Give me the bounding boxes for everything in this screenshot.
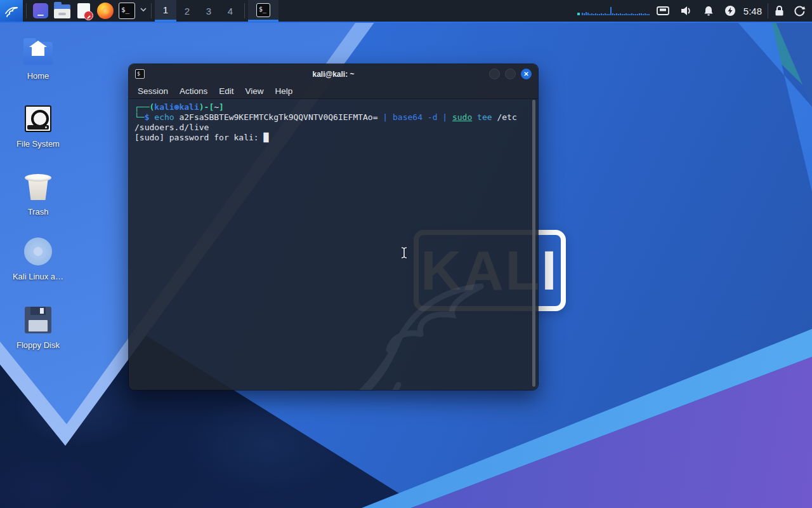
system-load-graph[interactable] [577, 6, 650, 15]
system-tray [656, 5, 736, 17]
launcher-window-app[interactable] [30, 0, 51, 22]
terminal-icon: $_ [256, 3, 270, 17]
close-button[interactable]: ✕ [521, 69, 532, 79]
terminal-window-title: kali@kali: ~ [129, 70, 538, 79]
terminal-menubar: Session Actions Edit View Help [129, 84, 538, 99]
launcher-text-editor[interactable] [73, 0, 95, 22]
floppy-disk-icon [23, 305, 53, 335]
applications-menu-button[interactable] [0, 0, 23, 22]
home-folder-icon [23, 36, 53, 66]
terminal-content[interactable]: ┌──(kali⊛kali)-[~]└─$ echo a2FsaSBBTEw9K… [129, 99, 538, 391]
kali-dragon-watermark [272, 220, 525, 391]
workspace-3[interactable]: 3 [198, 0, 219, 22]
desktop-icon-kali-linux-cd[interactable]: Kali Linux a… [5, 236, 71, 281]
file-manager-icon [54, 4, 70, 18]
menu-session[interactable]: Session [133, 85, 173, 97]
launcher-dropdown-button[interactable] [139, 5, 148, 17]
desktop-icon-trash[interactable]: Trash [5, 171, 71, 217]
terminal-scrollbar[interactable] [532, 100, 535, 387]
desktop-screen: KALI Home File System Trash Kali Linux a… [0, 0, 812, 508]
window-app-icon [33, 3, 48, 18]
menu-view[interactable]: View [240, 85, 269, 97]
menu-edit[interactable]: Edit [214, 85, 239, 97]
minimize-button[interactable] [489, 69, 500, 79]
launcher-file-manager[interactable] [51, 0, 73, 22]
terminal-output: ┌──(kali⊛kali)-[~]└─$ echo a2FsaSBBTEw9K… [134, 102, 532, 143]
file-system-drive-icon [23, 104, 53, 134]
panel-clock[interactable]: 5:48 [743, 6, 762, 17]
menu-actions[interactable]: Actions [174, 85, 213, 97]
terminal-titlebar[interactable]: $ kali@kali: ~ ✕ [129, 64, 538, 84]
audio-volume-icon[interactable] [680, 5, 693, 17]
panel-separator [26, 3, 27, 18]
kali-dragon-icon [4, 3, 19, 18]
launcher-firefox[interactable] [95, 0, 116, 22]
notifications-bell-icon[interactable] [703, 5, 714, 17]
desktop-icon-label: Trash [28, 207, 49, 217]
panel-separator [768, 3, 768, 18]
terminal-icon: $_ [119, 3, 135, 19]
panel-separator [151, 3, 152, 18]
optical-disc-icon [23, 236, 53, 267]
session-buttons [774, 5, 806, 17]
ibeam-cursor [400, 246, 409, 259]
terminal-window: $ kali@kali: ~ ✕ Session Actions Edit Vi… [128, 64, 539, 391]
launcher-terminal[interactable]: $_ [116, 0, 138, 22]
workspace-2[interactable]: 2 [176, 0, 198, 22]
panel-separator [244, 3, 245, 18]
trash-bin-icon [23, 171, 53, 202]
desktop-icon-home[interactable]: Home [5, 36, 71, 81]
desktop-icon-file-system[interactable]: File System [5, 104, 71, 149]
desktop-icon-label: File System [16, 139, 60, 149]
firefox-icon [97, 3, 114, 19]
text-editor-icon [77, 3, 90, 18]
workspace-4[interactable]: 4 [219, 0, 241, 22]
top-panel: $_ 1 2 3 4 $_ [0, 0, 812, 23]
lock-screen-icon[interactable] [774, 5, 785, 17]
desktop-icon-label: Home [27, 71, 49, 81]
power-manager-icon[interactable] [724, 5, 736, 17]
graph-led [577, 13, 580, 15]
chevron-down-icon [139, 5, 148, 14]
desktop-icon-label: Kali Linux a… [13, 272, 63, 281]
workspace-switcher: 1 2 3 4 [155, 0, 241, 22]
log-out-icon[interactable] [794, 5, 806, 17]
maximize-button[interactable] [505, 69, 516, 79]
taskbar-terminal-button[interactable]: $_ [248, 0, 278, 22]
menu-help[interactable]: Help [270, 85, 298, 97]
network-wired-icon[interactable] [656, 5, 670, 17]
workspace-1[interactable]: 1 [155, 0, 176, 22]
desktop-icon-floppy-disk[interactable]: Floppy Disk [5, 305, 71, 350]
desktop-icon-label: Floppy Disk [16, 340, 60, 350]
